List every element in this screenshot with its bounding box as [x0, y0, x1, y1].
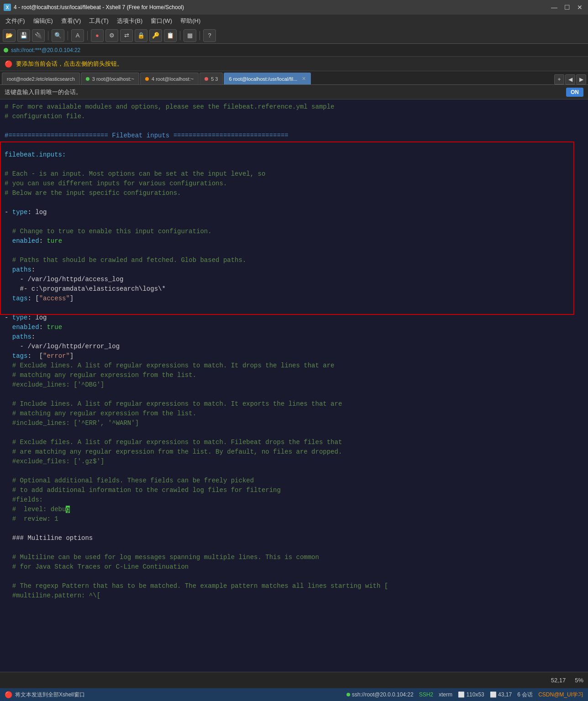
tab-scroll-right[interactable]: ▶	[576, 74, 586, 84]
tab-4-label: 6 root@localhost:/usr/local/fil...	[229, 76, 297, 82]
menu-bar: 文件(F) 编辑(E) 查看(V) 工具(T) 选项卡(B) 窗口(W) 帮助(…	[0, 15, 588, 27]
tab-2-label: 4 root@localhost:~	[152, 76, 194, 82]
toolbar-new[interactable]: 📂	[3, 29, 16, 42]
toolbar-script[interactable]: 📋	[164, 29, 177, 42]
line-7	[5, 160, 583, 169]
menu-tabs[interactable]: 选项卡(B)	[113, 16, 146, 26]
toolbar-sep-5	[200, 31, 200, 40]
tab-1-label: 3 root@localhost:~	[92, 76, 134, 82]
line-24: enabled: true	[5, 323, 583, 332]
pos-indicator: ⬜ 43,17	[490, 691, 512, 698]
minimize-button[interactable]: —	[550, 3, 559, 12]
line-28: # Exclude lines. A list of regular expre…	[5, 361, 583, 371]
session-info-text: ssh://root@20.0.0.104:22	[352, 691, 414, 698]
title-bar-left: X 4 - root@localhost:/usr/local/filebeat…	[4, 4, 184, 11]
notification-bar: 🔴 要添加当前会话，点击左侧的箭头按钮。	[0, 57, 588, 71]
line-40: # Optional additional fields. These fiel…	[5, 476, 583, 486]
term-indicator: xterm	[439, 691, 452, 698]
tabs-bar: root@node2:/etc/elasticsearch 3 root@loc…	[0, 71, 588, 85]
menu-window[interactable]: 窗口(W)	[147, 16, 176, 26]
close-button[interactable]: ✕	[575, 3, 584, 12]
line-32: # Include lines. A list of regular expre…	[5, 399, 583, 409]
tab-scroll-left[interactable]: ◀	[565, 74, 575, 84]
session-status-indicator	[4, 48, 8, 52]
line-35	[5, 428, 583, 438]
line-10: # Below are the input specific configura…	[5, 188, 583, 198]
toolbar-lock[interactable]: 🔒	[135, 29, 147, 42]
tab-3-label: 5 3	[211, 76, 218, 82]
toolbar-font[interactable]: A	[71, 29, 84, 42]
notification-text: 要添加当前会话，点击左侧的箭头按钮。	[16, 60, 123, 68]
line-41: # to add additional information to the c…	[5, 486, 583, 495]
tab-3[interactable]: 5 3	[200, 73, 223, 84]
line-52: #multiline.pattern: ^\[	[5, 591, 583, 601]
line-45	[5, 524, 583, 534]
toolbar-sep-4	[180, 31, 180, 40]
line-3	[5, 121, 583, 131]
line-1: # For more available modules and options…	[5, 102, 583, 112]
window-title: 4 - root@localhost:/usr/local/filebeat -…	[14, 4, 184, 10]
toolbar-search[interactable]: 🔍	[52, 29, 64, 42]
tab-0-label: root@node2:/etc/elasticsearch	[7, 76, 75, 82]
toolbar-settings[interactable]: ⚙	[105, 29, 118, 42]
session-label: ssh://root:***@20.0.0.104:22	[11, 47, 80, 53]
send-toggle-button[interactable]: ON	[566, 88, 583, 97]
title-bar: X 4 - root@localhost:/usr/local/filebeat…	[0, 0, 588, 15]
tab-2-dot	[145, 77, 149, 81]
toolbar-save[interactable]: 🔌	[32, 29, 45, 42]
toolbar-transfer[interactable]: ⇄	[120, 29, 133, 42]
sessions-indicator: 6 会话	[517, 691, 533, 699]
line-4: #========================== Filebeat inp…	[5, 131, 583, 141]
tab-3-dot	[205, 77, 208, 81]
toolbar-key[interactable]: 🔑	[149, 29, 162, 42]
terminal-wrapper[interactable]: # For more available modules and options…	[0, 99, 588, 672]
line-23: - type: log	[5, 313, 583, 323]
terminal[interactable]: # For more available modules and options…	[0, 99, 588, 672]
line-43: # level: debug	[5, 505, 583, 514]
tab-4-close[interactable]: ✕	[302, 76, 306, 82]
line-11	[5, 198, 583, 208]
menu-edit[interactable]: 编辑(E)	[30, 16, 57, 26]
csdn-indicator: CSDN@M_UI学习	[538, 691, 583, 699]
line-46: ### Multiline options	[5, 534, 583, 543]
app-window: X 4 - root@localhost:/usr/local/filebeat…	[0, 0, 588, 701]
tab-1-dot	[86, 77, 89, 81]
line-14: # Change to true to enable this input co…	[5, 227, 583, 236]
bottom-bar-icon: 🔴	[5, 691, 12, 698]
title-bar-controls: — ☐ ✕	[550, 3, 584, 12]
toolbar-connect[interactable]: ●	[91, 29, 104, 42]
app-icon: X	[4, 4, 11, 11]
tab-4[interactable]: 6 root@localhost:/usr/local/fil... ✕	[224, 73, 311, 84]
tab-1[interactable]: 3 root@localhost:~	[81, 73, 139, 84]
line-2: # configuration file.	[5, 112, 583, 121]
menu-help[interactable]: 帮助(H)	[177, 16, 204, 26]
session-info: ssh://root@20.0.0.104:22	[346, 691, 414, 698]
line-16	[5, 246, 583, 256]
line-49: # for Java Stack Traces or C-Line Contin…	[5, 562, 583, 572]
line-15: enabled: ture	[5, 236, 583, 246]
line-31	[5, 390, 583, 399]
menu-view[interactable]: 查看(V)	[58, 16, 84, 26]
tab-add-button[interactable]: +	[554, 74, 564, 84]
tab-0[interactable]: root@node2:/etc/elasticsearch	[2, 73, 80, 84]
toolbar-sep-3	[87, 31, 88, 40]
toolbar-help[interactable]: ?	[203, 29, 216, 42]
maximize-button[interactable]: ☐	[562, 3, 572, 12]
bottom-bar-right: ssh://root@20.0.0.104:22 SSH2 xterm ⬜ 11…	[346, 691, 583, 699]
menu-file[interactable]: 文件(F)	[2, 16, 29, 26]
line-18: paths:	[5, 265, 583, 275]
toolbar-sep-2	[68, 31, 68, 40]
line-34: #include_lines: ['^ERR', '^WARN']	[5, 419, 583, 428]
send-bar-text: 送键盘输入目前唯一的会话。	[5, 88, 82, 96]
line-39	[5, 466, 583, 476]
line-8: # Each - is an input. Most options can b…	[5, 169, 583, 179]
line-21: tags: ["access"]	[5, 294, 583, 303]
line-50	[5, 572, 583, 581]
toolbar-panel[interactable]: ▦	[184, 29, 196, 42]
tab-2[interactable]: 4 root@localhost:~	[140, 73, 199, 84]
line-48: # Multiline can be used for log messages…	[5, 553, 583, 562]
line-37: # are matching any regular expression fr…	[5, 447, 583, 457]
menu-tools[interactable]: 工具(T)	[85, 16, 112, 26]
toolbar-open[interactable]: 💾	[17, 29, 30, 42]
line-29: # matching any regular expression from t…	[5, 371, 583, 380]
